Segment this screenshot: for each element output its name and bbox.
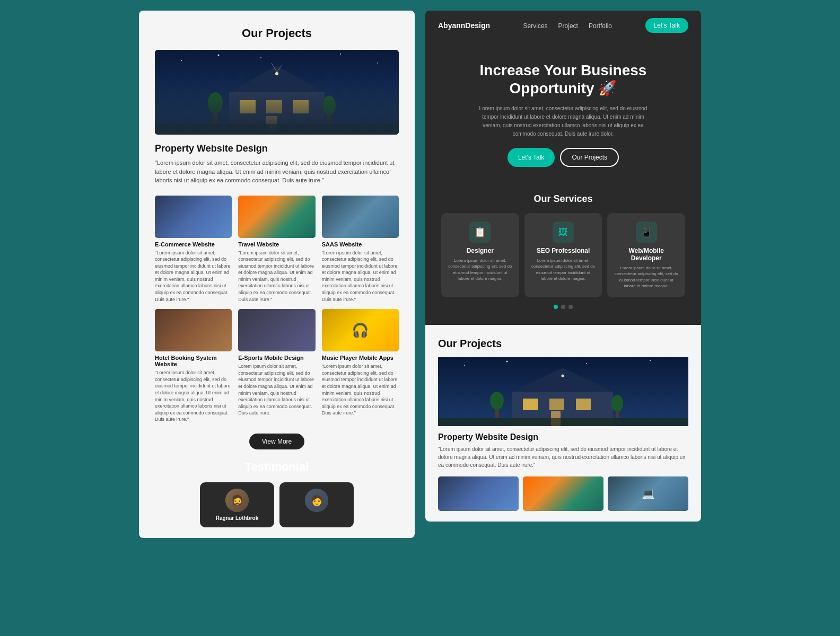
nav-link-services[interactable]: Services xyxy=(523,22,548,30)
developer-icon: 📱 xyxy=(636,222,657,243)
svg-point-2 xyxy=(218,55,220,56)
left-our-projects-title: Our Projects xyxy=(155,26,399,40)
saas-desc: "Lorem ipsum dolor sit amet, consectetur… xyxy=(322,250,399,303)
project-card-music: 🎧 Music Player Mobile Apps "Lorem ipsum … xyxy=(322,309,399,423)
right-main-project-desc: "Lorem ipsum dolor sit amet, consectetur… xyxy=(438,445,688,469)
svg-rect-12 xyxy=(213,108,217,124)
main-project-image xyxy=(155,50,399,135)
view-more-button[interactable]: View More xyxy=(249,434,304,449)
nav-item-portfolio[interactable]: Portfolio xyxy=(589,21,612,30)
svg-rect-6 xyxy=(229,92,325,135)
mini-img-saas: 💻 xyxy=(608,476,688,511)
seo-title: SEO Professional xyxy=(531,247,596,254)
dot-1[interactable] xyxy=(554,305,558,309)
hotel-desc: "Lorem ipsum dolor sit amet, consectetur… xyxy=(155,369,232,423)
right-projects-title: Our Projects xyxy=(438,338,688,350)
hero-talk-button[interactable]: Let's Talk xyxy=(508,148,555,167)
svg-rect-11 xyxy=(266,116,277,135)
hero-buttons: Let's Talk Our Projects xyxy=(447,148,680,167)
ecommerce-title: E-Commerce Website xyxy=(155,241,232,248)
right-main-project-img xyxy=(438,357,688,426)
service-card-designer: 📋 Designer Lorem ipsum dolor sit amet, c… xyxy=(441,213,519,297)
mini-img-travel xyxy=(523,476,603,511)
designer-icon: 📋 xyxy=(469,222,491,243)
hero-subtitle: Lorem ipsum dolor sit amet, consectetur … xyxy=(478,104,648,138)
esports-desc: Lorem ipsum dolor sit amet, consectetur … xyxy=(238,363,315,417)
right-main-project-title: Property Website Design xyxy=(438,432,688,442)
services-dots xyxy=(441,305,685,309)
testimonial-card-1: 🧔 Ragnar Lothbrok xyxy=(200,482,274,527)
music-desc: "Lorem ipsum dolor sit amet, consectetur… xyxy=(322,363,399,417)
svg-rect-10 xyxy=(293,100,309,113)
seo-desc: Lorem ipsum dolor sit amet, consectetur … xyxy=(531,258,596,281)
designer-desc: Lorem ipsum dolor sit amet, consectetur … xyxy=(448,258,513,281)
ecommerce-img xyxy=(155,196,232,238)
dot-2[interactable] xyxy=(561,305,565,309)
main-project-title: Property Website Design xyxy=(155,143,399,154)
svg-point-32 xyxy=(490,392,504,410)
nav-links: Services Project Portfolio xyxy=(523,21,612,30)
seo-icon: 🖼 xyxy=(553,222,574,243)
project-card-esports: E-Sports Mobile Design Lorem ipsum dolor… xyxy=(238,309,315,423)
svg-rect-14 xyxy=(327,111,331,124)
saas-img xyxy=(322,196,399,238)
ecommerce-desc: "Lorem ipsum dolor sit amet, consectetur… xyxy=(155,250,232,303)
svg-point-4 xyxy=(340,54,341,55)
service-card-seo: 🖼 SEO Professional Lorem ipsum dolor sit… xyxy=(524,213,602,297)
travel-img xyxy=(238,196,315,238)
music-img: 🎧 xyxy=(322,309,399,351)
mini-img-ecommerce xyxy=(438,476,519,511)
services-section: Our Services 📋 Designer Lorem ipsum dolo… xyxy=(425,183,701,325)
hero-projects-button[interactable]: Our Projects xyxy=(560,148,619,167)
project-card-hotel: Hotel Booking System Website "Lorem ipsu… xyxy=(155,309,232,423)
projects-grid: E-Commerce Website "Lorem ipsum dolor si… xyxy=(155,196,399,423)
travel-title: Travel Website xyxy=(238,241,315,248)
svg-point-24 xyxy=(650,360,651,361)
testimonial-name-1: Ragnar Lothbrok xyxy=(206,515,268,521)
left-panel: Our Projects xyxy=(139,11,415,538)
nav-link-portfolio[interactable]: Portfolio xyxy=(589,22,612,30)
svg-rect-29 xyxy=(576,399,591,410)
svg-point-23 xyxy=(586,363,587,364)
hotel-title: Hotel Booking System Website xyxy=(155,355,232,367)
testimonial-card-2: 🧑 xyxy=(279,482,354,527)
testimonial-cards: 🧔 Ragnar Lothbrok 🧑 xyxy=(155,482,399,527)
developer-title: Web/Mobile Developer xyxy=(614,247,679,262)
esports-img xyxy=(238,309,315,351)
right-panel: AbyannDesign Services Project Portfolio … xyxy=(425,11,701,522)
navbar: AbyannDesign Services Project Portfolio … xyxy=(425,11,701,40)
avatar-2: 🧑 xyxy=(305,489,328,512)
designer-title: Designer xyxy=(448,247,513,254)
hotel-img xyxy=(155,309,232,351)
testimonial-title: Testimonial xyxy=(155,460,399,474)
svg-rect-36 xyxy=(438,418,688,426)
svg-rect-19 xyxy=(155,124,399,135)
project-card-travel: Travel Website "Lorem ipsum dolor sit am… xyxy=(238,196,315,303)
brand-name: AbyannDesign xyxy=(438,21,490,30)
svg-point-21 xyxy=(464,365,465,366)
svg-rect-27 xyxy=(523,399,538,410)
services-title: Our Services xyxy=(441,193,685,205)
project-card-ecommerce: E-Commerce Website "Lorem ipsum dolor si… xyxy=(155,196,232,303)
nav-item-project[interactable]: Project xyxy=(558,21,578,30)
nav-cta-button[interactable]: Let's Talk xyxy=(645,18,688,33)
right-projects-section: Our Projects xyxy=(425,325,701,522)
svg-point-15 xyxy=(323,96,336,115)
svg-point-1 xyxy=(181,60,182,61)
svg-point-34 xyxy=(611,395,623,412)
saas-title: SAAS Website xyxy=(322,241,399,248)
nav-link-project[interactable]: Project xyxy=(558,22,578,30)
svg-point-13 xyxy=(208,92,223,113)
main-project-desc: "Lorem ipsum dolor sit amet, consectetur… xyxy=(155,158,399,185)
svg-point-5 xyxy=(377,63,378,64)
hero-section: Increase Your Business Opportunity 🚀 Lor… xyxy=(425,40,701,183)
project-card-saas: SAAS Website "Lorem ipsum dolor sit amet… xyxy=(322,196,399,303)
services-cards: 📋 Designer Lorem ipsum dolor sit amet, c… xyxy=(441,213,685,297)
esports-title: E-Sports Mobile Design xyxy=(238,355,315,361)
developer-desc: Lorem ipsum dolor sit amet, consectetur … xyxy=(614,265,679,289)
avatar-1: 🧔 xyxy=(225,489,249,512)
music-title: Music Player Mobile Apps xyxy=(322,355,399,361)
nav-item-services[interactable]: Services xyxy=(523,21,548,30)
svg-point-35 xyxy=(562,374,564,377)
dot-3[interactable] xyxy=(568,305,573,309)
